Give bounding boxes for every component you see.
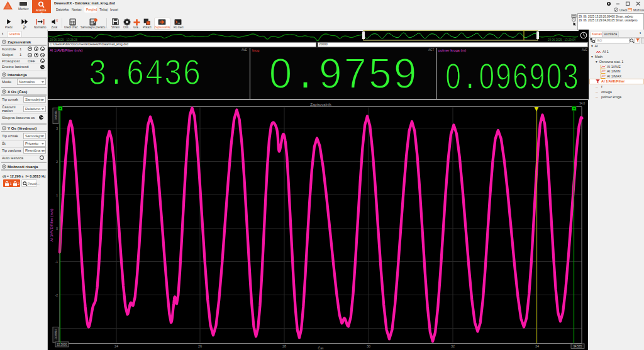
svg-text:2: 2 <box>56 159 58 163</box>
svg-text:AI 1/AVE/Filter (m/s): AI 1/AVE/Filter (m/s) <box>50 208 53 241</box>
svg-text:34: 34 <box>535 344 539 347</box>
svg-text:28: 28 <box>282 344 286 347</box>
svg-text:Zapisovalnik: Zapisovalnik <box>310 103 331 106</box>
svg-text:1: 1 <box>56 193 58 196</box>
svg-text:32: 32 <box>451 344 455 347</box>
svg-text:3: 3 <box>56 126 58 130</box>
svg-text:-1: -1 <box>55 259 58 263</box>
svg-text:22,5000: 22,5000 <box>57 343 67 346</box>
svg-text:-3,38064: -3,38064 <box>54 329 57 339</box>
svg-text:30: 30 <box>367 344 370 347</box>
svg-text:3,64364: 3,64364 <box>54 110 57 120</box>
svg-text:26: 26 <box>198 344 202 347</box>
svg-text:-2: -2 <box>55 293 58 296</box>
svg-text:0: 0 <box>56 226 58 230</box>
svg-text:Čas: Čas <box>318 346 324 349</box>
svg-text:24: 24 <box>114 344 118 347</box>
svg-text:34,565: 34,565 <box>574 345 582 348</box>
svg-text:34,0: 34,0 <box>579 101 585 104</box>
